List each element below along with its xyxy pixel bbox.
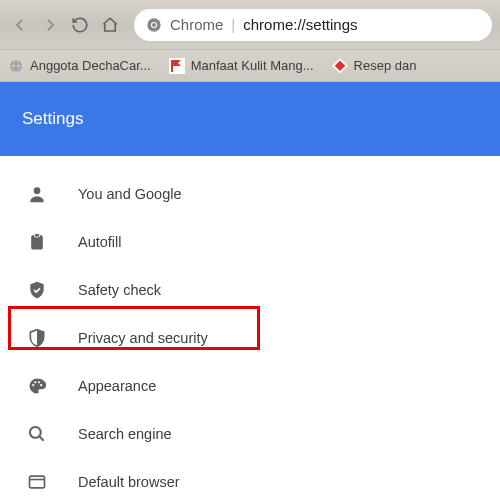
bookmark-label: Anggota DechaCar... <box>30 58 151 73</box>
sidebar-item-label: Safety check <box>78 282 161 298</box>
svg-point-13 <box>38 381 40 383</box>
redflag-icon <box>169 58 185 74</box>
chrome-icon <box>146 17 162 33</box>
sidebar-item-label: Search engine <box>78 426 172 442</box>
reload-button[interactable] <box>68 13 92 37</box>
bookmarks-bar: Anggota DechaCar... Manfaat Kulit Mang..… <box>0 50 500 82</box>
sidebar-item-search-engine[interactable]: Search engine <box>0 410 500 458</box>
sidebar-item-safety-check[interactable]: Safety check <box>0 266 500 314</box>
sidebar-item-label: You and Google <box>78 186 181 202</box>
omnibox[interactable]: Chrome | chrome://settings <box>134 9 492 41</box>
shield-check-icon <box>26 279 48 301</box>
page-title: Settings <box>22 109 83 129</box>
back-button[interactable] <box>8 13 32 37</box>
search-icon <box>26 423 48 445</box>
svg-rect-16 <box>30 476 45 488</box>
sidebar-item-label: Default browser <box>78 474 180 490</box>
svg-point-8 <box>34 187 41 194</box>
bookmark-item[interactable]: Manfaat Kulit Mang... <box>169 58 314 74</box>
sidebar-item-label: Appearance <box>78 378 156 394</box>
svg-point-12 <box>34 381 36 383</box>
diamond-icon <box>332 58 348 74</box>
sidebar-item-autofill[interactable]: Autofill <box>0 218 500 266</box>
svg-point-14 <box>40 384 42 386</box>
svg-point-11 <box>32 384 34 386</box>
svg-point-2 <box>152 23 156 27</box>
omnibox-url: chrome://settings <box>243 16 357 33</box>
bookmark-item[interactable]: Anggota DechaCar... <box>8 58 151 74</box>
forward-button[interactable] <box>38 13 62 37</box>
settings-sidebar: You and Google Autofill Safety check Pri… <box>0 156 500 500</box>
sidebar-item-you-google[interactable]: You and Google <box>0 170 500 218</box>
bookmark-item[interactable]: Resep dan <box>332 58 417 74</box>
palette-icon <box>26 375 48 397</box>
shield-half-icon <box>26 327 48 349</box>
sidebar-item-label: Autofill <box>78 234 122 250</box>
sidebar-item-label: Privacy and security <box>78 330 208 346</box>
bookmark-label: Manfaat Kulit Mang... <box>191 58 314 73</box>
person-icon <box>26 183 48 205</box>
sidebar-item-privacy-security[interactable]: Privacy and security <box>0 314 500 362</box>
browser-icon <box>26 471 48 493</box>
sidebar-item-appearance[interactable]: Appearance <box>0 362 500 410</box>
browser-toolbar: Chrome | chrome://settings <box>0 0 500 50</box>
omnibox-site-label: Chrome <box>170 16 223 33</box>
settings-header: Settings <box>0 82 500 156</box>
omnibox-separator: | <box>231 16 235 33</box>
svg-point-15 <box>30 427 41 438</box>
sidebar-item-default-browser[interactable]: Default browser <box>0 458 500 500</box>
svg-rect-9 <box>31 235 43 249</box>
globe-icon <box>8 58 24 74</box>
clipboard-icon <box>26 231 48 253</box>
svg-rect-10 <box>35 234 40 237</box>
bookmark-label: Resep dan <box>354 58 417 73</box>
home-button[interactable] <box>98 13 122 37</box>
